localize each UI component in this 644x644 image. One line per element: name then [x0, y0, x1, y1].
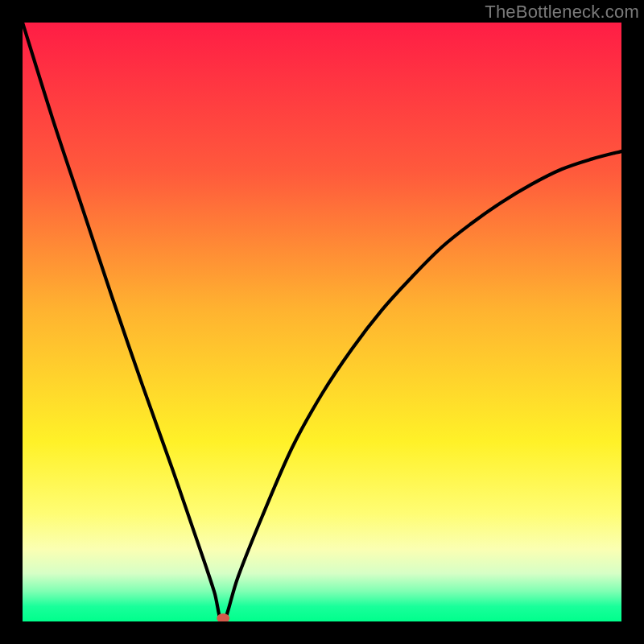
curve-path: [23, 23, 621, 621]
chart-outer-frame: TheBottleneck.com: [0, 0, 644, 644]
bottleneck-curve: [23, 23, 621, 621]
watermark-text: TheBottleneck.com: [485, 2, 639, 23]
chart-plot-area: [23, 23, 621, 621]
